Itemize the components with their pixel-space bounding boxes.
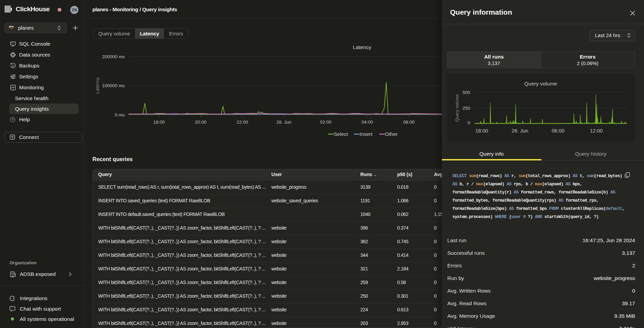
svg-text:Latency: Latency xyxy=(353,44,372,50)
svg-text:0 ms: 0 ms xyxy=(115,112,125,118)
svg-text:28. Jun: 28. Jun xyxy=(511,128,528,134)
svg-text:100000 ms: 100000 ms xyxy=(102,83,125,88)
svg-text:12:00: 12:00 xyxy=(590,128,603,134)
svg-text:Other: Other xyxy=(385,131,398,137)
svg-text:20:00: 20:00 xyxy=(195,120,207,125)
svg-text:500: 500 xyxy=(462,90,470,95)
svg-text:200000 ms: 200000 ms xyxy=(102,54,125,59)
svg-text:02:00: 02:00 xyxy=(320,120,332,125)
svg-text:Select: Select xyxy=(334,131,348,137)
svg-text:Latency: Latency xyxy=(95,77,100,94)
svg-text:06:00: 06:00 xyxy=(403,120,415,125)
svg-text:Query volume: Query volume xyxy=(454,94,460,122)
svg-text:Query volume: Query volume xyxy=(524,81,557,87)
svg-text:28. Jun: 28. Jun xyxy=(276,120,291,125)
svg-text:?: ? xyxy=(12,118,13,121)
svg-text:aws: aws xyxy=(9,25,14,28)
svg-text:22:00: 22:00 xyxy=(237,120,248,125)
svg-text:04:00: 04:00 xyxy=(362,120,373,125)
svg-text:18:00: 18:00 xyxy=(153,120,165,125)
svg-text:06:00: 06:00 xyxy=(552,128,565,134)
svg-text:250: 250 xyxy=(462,106,470,111)
svg-text:Insert: Insert xyxy=(360,131,373,137)
svg-text:0: 0 xyxy=(467,120,470,125)
svg-text:18:00: 18:00 xyxy=(475,128,488,134)
